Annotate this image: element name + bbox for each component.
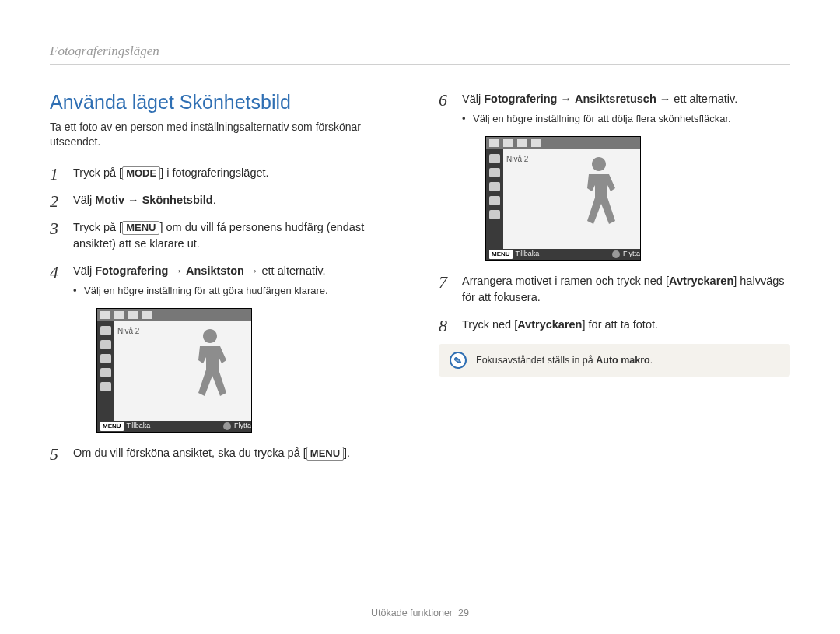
page-footer: Utökade funktioner 29 <box>0 608 840 618</box>
breadcrumb: Fotograferingslägen <box>50 44 790 59</box>
bold-ansiktsretusch: Ansiktsretusch <box>575 93 656 105</box>
menu-button-label: MENU <box>122 221 159 235</box>
two-column-layout: Använda läget Skönhetsbild Ta ett foto a… <box>50 91 790 472</box>
preview-nav-icon <box>612 250 620 258</box>
person-silhouette-icon <box>183 323 237 408</box>
step-6: 6 Välj Fotografering → Ansiktsretusch → … <box>439 91 790 261</box>
preview-top-icon <box>503 139 513 147</box>
note-box: ✎ Fokusavståndet ställs in på Auto makro… <box>439 344 790 377</box>
preview-top-bar <box>486 137 640 149</box>
note-text: Fokusavståndet ställs in på Auto makro. <box>476 355 653 366</box>
preview-level-label: Nivå 2 <box>506 154 528 166</box>
steps-right: 6 Välj Fotografering → Ansiktsretusch → … <box>439 91 790 333</box>
preview-side-icon <box>100 382 111 391</box>
manual-page: Fotograferingslägen Använda läget Skönhe… <box>0 0 840 634</box>
preview-top-bar <box>97 309 251 321</box>
preview-top-icon <box>517 139 527 147</box>
bold-skonhetsbild: Skönhetsbild <box>142 194 213 206</box>
right-column: 6 Välj Fotografering → Ansiktsretusch → … <box>439 91 790 472</box>
step-3: 3 Tryck på [MENU] om du vill få personen… <box>50 219 401 252</box>
divider <box>50 64 790 65</box>
step-number: 2 <box>50 189 58 214</box>
preview-top-icon <box>100 311 110 319</box>
preview-level-label: Nivå 2 <box>117 326 139 338</box>
preview-side-icon <box>489 210 500 219</box>
step-number: 7 <box>439 270 447 295</box>
steps-left: 1 Tryck på [MODE] i fotograferingsläget.… <box>50 165 401 461</box>
step-number: 5 <box>50 442 58 467</box>
step-4: 4 Välj Fotografering → Ansiktston → ett … <box>50 263 401 433</box>
preview-bottom-bar: MENU Tillbaka Flytta <box>486 249 640 260</box>
preview-bottom-bar: MENU Tillbaka Flytta <box>97 421 251 432</box>
preview-side-icon <box>100 326 111 335</box>
preview-back-label: Tillbaka <box>127 421 151 431</box>
preview-side-icon <box>489 168 500 177</box>
preview-back-label: Tillbaka <box>516 249 540 259</box>
step-number: 8 <box>439 313 447 338</box>
mode-button-label: MODE <box>122 166 160 180</box>
preview-top-icon <box>128 311 138 319</box>
camera-preview-ansiktsretusch: Nivå 2 MENU Tillbaka Flytta <box>485 136 641 261</box>
footer-section-label: Utökade funktioner <box>371 608 453 618</box>
note-icon: ✎ <box>449 350 468 370</box>
bold-fotografering: Fotografering <box>95 264 168 277</box>
step-text: Tryck på [ <box>73 166 122 179</box>
preview-side-icon <box>489 196 500 205</box>
step-number: 6 <box>439 88 447 113</box>
preview-top-icon <box>142 311 152 319</box>
preview-move-label: Flytta <box>623 249 640 259</box>
preview-side-icon <box>100 354 111 363</box>
preview-move-label: Flytta <box>234 421 251 431</box>
preview-left-icons <box>97 321 114 421</box>
left-column: Använda läget Skönhetsbild Ta ett foto a… <box>50 91 401 472</box>
preview-top-icon <box>114 311 124 319</box>
preview-top-icon <box>489 139 499 147</box>
step-6-bullet: Välj en högre inställning för att dölja … <box>462 112 790 127</box>
step-number: 1 <box>50 162 58 187</box>
camera-preview-ansiktston: Nivå 2 MENU Tillbaka Flytta <box>96 308 252 433</box>
preview-menu-badge: MENU <box>489 250 513 259</box>
preview-nav-icon <box>223 422 231 430</box>
step-7: 7 Arrangera motivet i ramen och tryck ne… <box>439 273 790 306</box>
step-2: 2 Välj Motiv → Skönhetsbild. <box>50 192 401 208</box>
preview-side-icon <box>489 182 500 191</box>
step-8: 8 Tryck ned [Avtryckaren] för att ta fot… <box>439 317 790 333</box>
preview-menu-badge: MENU <box>100 422 124 431</box>
menu-button-label: MENU <box>306 447 344 461</box>
step-number: 4 <box>50 260 58 285</box>
step-1: 1 Tryck på [MODE] i fotograferingsläget. <box>50 165 401 181</box>
footer-page-number: 29 <box>458 608 469 618</box>
person-silhouette-icon <box>572 151 626 236</box>
bold-fotografering: Fotografering <box>484 93 557 105</box>
bold-motiv: Motiv <box>95 194 124 206</box>
step-4-bullet: Välj en högre inställning för att göra h… <box>73 284 401 299</box>
bold-avtryckaren: Avtryckaren <box>669 275 733 287</box>
intro-text: Ta ett foto av en person med inställning… <box>50 120 401 149</box>
preview-left-icons <box>486 149 503 249</box>
bold-avtryckaren: Avtryckaren <box>517 318 582 331</box>
preview-top-icon <box>531 139 541 147</box>
step-number: 3 <box>50 216 58 241</box>
page-title: Använda läget Skönhetsbild <box>50 91 401 114</box>
preview-side-icon <box>100 340 111 349</box>
preview-side-icon <box>100 368 111 377</box>
step-5: 5 Om du vill försköna ansiktet, ska du t… <box>50 445 401 461</box>
bold-ansiktston: Ansiktston <box>186 264 244 277</box>
preview-side-icon <box>489 154 500 163</box>
bold-auto-makro: Auto makro <box>596 355 649 366</box>
